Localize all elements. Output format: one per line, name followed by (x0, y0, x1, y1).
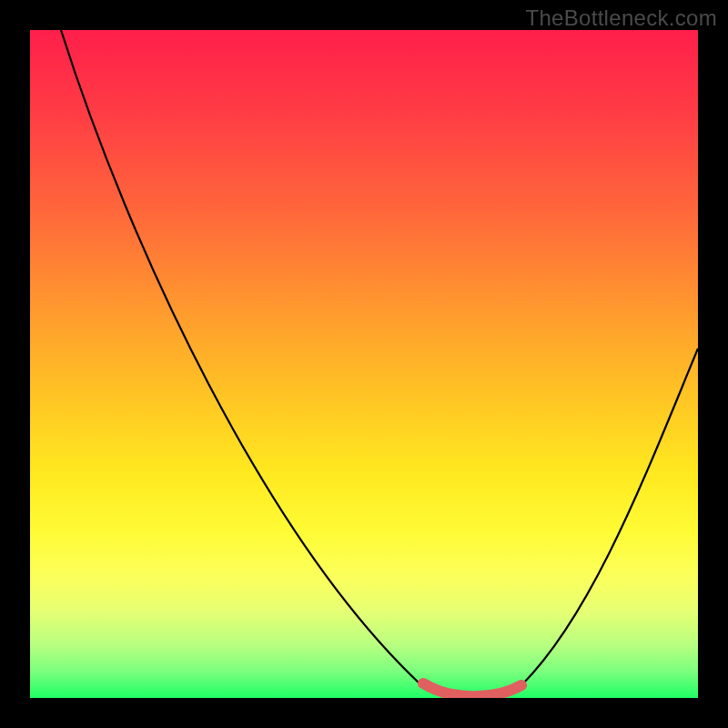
optimal-range-marker (423, 683, 521, 696)
watermark-text: TheBottleneck.com (525, 5, 717, 31)
plot-area (30, 30, 698, 698)
curve-overlay (30, 30, 698, 698)
bottleneck-curve (61, 30, 698, 693)
chart-container: TheBottleneck.com (0, 0, 728, 728)
